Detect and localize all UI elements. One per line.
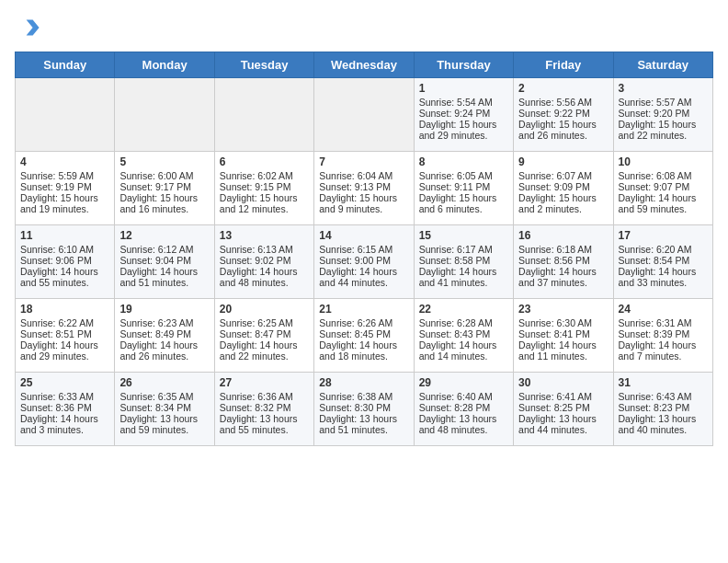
cell-content: Daylight: 13 hours and 40 minutes. xyxy=(619,413,708,435)
cell-content: Sunrise: 6:20 AM xyxy=(619,244,708,255)
cell-content: Sunset: 9:06 PM xyxy=(20,255,109,266)
calendar-cell: 23Sunrise: 6:30 AMSunset: 8:41 PMDayligh… xyxy=(514,299,613,373)
cell-content: Daylight: 14 hours and 37 minutes. xyxy=(518,266,608,288)
cell-content: Daylight: 15 hours and 26 minutes. xyxy=(518,119,608,141)
calendar-cell: 20Sunrise: 6:25 AMSunset: 8:47 PMDayligh… xyxy=(214,299,313,373)
cell-content: Sunrise: 6:18 AM xyxy=(518,244,608,255)
calendar-cell: 9Sunrise: 6:07 AMSunset: 9:09 PMDaylight… xyxy=(514,152,613,225)
calendar-cell: 6Sunrise: 6:02 AMSunset: 9:15 PMDaylight… xyxy=(214,152,313,225)
calendar-cell: 7Sunrise: 6:04 AMSunset: 9:13 PMDaylight… xyxy=(314,152,414,225)
calendar-cell: 3Sunrise: 5:57 AMSunset: 9:20 PMDaylight… xyxy=(613,78,712,152)
calendar-cell: 12Sunrise: 6:12 AMSunset: 9:04 PMDayligh… xyxy=(115,225,214,299)
cell-content: Sunrise: 6:05 AM xyxy=(419,170,508,181)
cell-content: Sunset: 9:17 PM xyxy=(119,181,209,192)
cell-content: Sunset: 9:24 PM xyxy=(419,108,508,119)
cell-content: Sunrise: 6:13 AM xyxy=(220,244,309,255)
cell-content: Sunset: 8:34 PM xyxy=(119,402,209,413)
day-number: 3 xyxy=(619,82,708,95)
day-number: 24 xyxy=(619,303,708,316)
header-cell-tuesday: Tuesday xyxy=(214,52,313,78)
cell-content: Sunset: 8:49 PM xyxy=(119,328,209,339)
header-cell-monday: Monday xyxy=(115,52,214,78)
day-number: 4 xyxy=(20,155,109,168)
cell-content: Daylight: 15 hours and 22 minutes. xyxy=(619,119,708,141)
cell-content: Sunrise: 6:28 AM xyxy=(419,317,508,328)
calendar-cell: 26Sunrise: 6:35 AMSunset: 8:34 PMDayligh… xyxy=(115,373,214,446)
cell-content: Sunset: 8:41 PM xyxy=(518,328,608,339)
cell-content: Sunrise: 6:31 AM xyxy=(619,317,708,328)
cell-content: Daylight: 13 hours and 51 minutes. xyxy=(319,413,408,435)
week-row-2: 4Sunrise: 5:59 AMSunset: 9:19 PMDaylight… xyxy=(16,152,713,225)
cell-content: Sunrise: 5:59 AM xyxy=(20,170,109,181)
cell-content: Sunrise: 6:26 AM xyxy=(319,317,408,328)
calendar-cell: 19Sunrise: 6:23 AMSunset: 8:49 PMDayligh… xyxy=(115,299,214,373)
day-number: 8 xyxy=(419,155,508,168)
cell-content: Sunrise: 6:04 AM xyxy=(319,170,408,181)
calendar-cell: 1Sunrise: 5:54 AMSunset: 9:24 PMDaylight… xyxy=(414,78,513,152)
day-number: 12 xyxy=(119,229,209,242)
calendar-cell: 24Sunrise: 6:31 AMSunset: 8:39 PMDayligh… xyxy=(613,299,712,373)
cell-content: Daylight: 14 hours and 26 minutes. xyxy=(119,339,209,362)
cell-content: Daylight: 14 hours and 14 minutes. xyxy=(419,339,508,362)
cell-content: Sunset: 8:39 PM xyxy=(619,328,708,339)
day-number: 26 xyxy=(119,376,209,389)
cell-content: Sunrise: 5:56 AM xyxy=(518,97,608,108)
calendar-cell: 29Sunrise: 6:40 AMSunset: 8:28 PMDayligh… xyxy=(414,373,513,446)
cell-content: Daylight: 14 hours and 48 minutes. xyxy=(220,266,309,288)
cell-content: Sunset: 8:54 PM xyxy=(619,255,708,266)
cell-content: Sunset: 8:32 PM xyxy=(220,402,309,413)
calendar-cell: 17Sunrise: 6:20 AMSunset: 8:54 PMDayligh… xyxy=(613,225,712,299)
cell-content: Sunset: 9:04 PM xyxy=(119,255,209,266)
cell-content: Sunset: 8:45 PM xyxy=(319,328,408,339)
cell-content: Daylight: 15 hours and 19 minutes. xyxy=(20,192,109,214)
cell-content: Sunset: 8:51 PM xyxy=(20,328,109,339)
cell-content: Daylight: 14 hours and 11 minutes. xyxy=(518,339,608,362)
calendar-cell: 16Sunrise: 6:18 AMSunset: 8:56 PMDayligh… xyxy=(514,225,613,299)
cell-content: Daylight: 15 hours and 6 minutes. xyxy=(419,192,508,214)
day-number: 9 xyxy=(518,155,608,168)
cell-content: Sunrise: 6:07 AM xyxy=(518,170,608,181)
calendar-body: 1Sunrise: 5:54 AMSunset: 9:24 PMDaylight… xyxy=(16,78,713,446)
calendar-cell: 22Sunrise: 6:28 AMSunset: 8:43 PMDayligh… xyxy=(414,299,513,373)
day-number: 6 xyxy=(220,155,309,168)
cell-content: Sunset: 8:58 PM xyxy=(419,255,508,266)
cell-content: Sunset: 9:07 PM xyxy=(619,181,708,192)
day-number: 19 xyxy=(119,303,209,316)
day-number: 7 xyxy=(319,155,408,168)
day-number: 15 xyxy=(419,229,508,242)
cell-content: Sunset: 9:00 PM xyxy=(319,255,408,266)
cell-content: Daylight: 14 hours and 55 minutes. xyxy=(20,266,109,288)
calendar-cell: 28Sunrise: 6:38 AMSunset: 8:30 PMDayligh… xyxy=(314,373,414,446)
calendar-cell xyxy=(214,78,313,152)
cell-content: Sunset: 9:15 PM xyxy=(220,181,309,192)
day-number: 13 xyxy=(220,229,309,242)
header-cell-wednesday: Wednesday xyxy=(314,52,414,78)
day-number: 14 xyxy=(319,229,408,242)
cell-content: Daylight: 14 hours and 18 minutes. xyxy=(319,339,408,362)
cell-content: Daylight: 15 hours and 9 minutes. xyxy=(319,192,408,214)
cell-content: Sunset: 8:47 PM xyxy=(220,328,309,339)
cell-content: Sunset: 8:56 PM xyxy=(518,255,608,266)
calendar-cell: 31Sunrise: 6:43 AMSunset: 8:23 PMDayligh… xyxy=(613,373,712,446)
calendar-cell: 14Sunrise: 6:15 AMSunset: 9:00 PMDayligh… xyxy=(314,225,414,299)
calendar-cell: 21Sunrise: 6:26 AMSunset: 8:45 PMDayligh… xyxy=(314,299,414,373)
cell-content: Sunrise: 6:17 AM xyxy=(419,244,508,255)
calendar-cell: 27Sunrise: 6:36 AMSunset: 8:32 PMDayligh… xyxy=(214,373,313,446)
header-cell-friday: Friday xyxy=(514,52,613,78)
day-number: 5 xyxy=(119,155,209,168)
cell-content: Sunset: 9:19 PM xyxy=(20,181,109,192)
day-number: 30 xyxy=(518,376,608,389)
cell-content: Daylight: 14 hours and 41 minutes. xyxy=(419,266,508,288)
cell-content: Daylight: 15 hours and 2 minutes. xyxy=(518,192,608,214)
calendar-cell: 4Sunrise: 5:59 AMSunset: 9:19 PMDaylight… xyxy=(16,152,115,225)
cell-content: Sunrise: 5:57 AM xyxy=(619,97,708,108)
calendar-cell: 13Sunrise: 6:13 AMSunset: 9:02 PMDayligh… xyxy=(214,225,313,299)
cell-content: Sunset: 8:36 PM xyxy=(20,402,109,413)
calendar-cell: 2Sunrise: 5:56 AMSunset: 9:22 PMDaylight… xyxy=(514,78,613,152)
cell-content: Sunrise: 6:40 AM xyxy=(419,391,508,402)
cell-content: Sunrise: 6:25 AM xyxy=(220,317,309,328)
cell-content: Sunset: 9:02 PM xyxy=(220,255,309,266)
cell-content: Daylight: 13 hours and 59 minutes. xyxy=(119,413,209,435)
calendar-cell: 11Sunrise: 6:10 AMSunset: 9:06 PMDayligh… xyxy=(16,225,115,299)
day-number: 20 xyxy=(220,303,309,316)
